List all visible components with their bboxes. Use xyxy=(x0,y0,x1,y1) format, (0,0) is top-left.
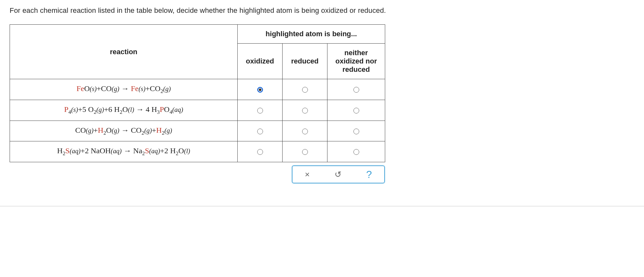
option-cell-neither xyxy=(327,100,385,121)
radio-oxidized[interactable] xyxy=(257,129,263,134)
header-oxidized: oxidized xyxy=(238,44,283,79)
header-reaction: reaction xyxy=(10,25,238,79)
option-cell-oxidized xyxy=(238,79,283,100)
reaction-cell: FeO(s)+CO(g) → Fe(s)+CO2(g) xyxy=(10,79,238,100)
option-cell-neither xyxy=(327,79,385,100)
radio-oxidized[interactable] xyxy=(257,87,263,93)
page-divider xyxy=(0,206,644,206)
radio-reduced[interactable] xyxy=(302,87,308,93)
option-cell-oxidized xyxy=(238,100,283,121)
radio-reduced[interactable] xyxy=(302,129,308,134)
header-group: highlighted atom is being... xyxy=(238,25,385,44)
option-cell-oxidized xyxy=(238,121,283,141)
radio-neither[interactable] xyxy=(353,129,359,134)
header-neither: neither oxidized nor reduced xyxy=(327,44,385,79)
option-cell-neither xyxy=(327,141,385,162)
reset-icon[interactable]: ↺ xyxy=(335,170,342,180)
question-text: For each chemical reaction listed in the… xyxy=(10,6,634,15)
option-cell-reduced xyxy=(283,141,327,162)
radio-oxidized[interactable] xyxy=(257,108,263,113)
option-cell-reduced xyxy=(283,121,327,141)
reaction-cell: H2S(aq)+2 NaOH(aq) → Na2S(aq)+2 H2O(l) xyxy=(10,141,238,162)
reaction-table: reaction highlighted atom is being... ox… xyxy=(10,24,385,162)
table-row: P4(s)+5 O2(g)+6 H2O(l) → 4 H3PO4(aq) xyxy=(10,100,385,121)
option-cell-neither xyxy=(327,121,385,141)
option-cell-oxidized xyxy=(238,141,283,162)
radio-reduced[interactable] xyxy=(302,108,308,113)
reaction-cell: P4(s)+5 O2(g)+6 H2O(l) → 4 H3PO4(aq) xyxy=(10,100,238,121)
radio-neither[interactable] xyxy=(353,149,359,155)
action-button-bar: × ↺ ? xyxy=(292,165,385,183)
table-row: FeO(s)+CO(g) → Fe(s)+CO2(g) xyxy=(10,79,385,100)
close-icon[interactable]: × xyxy=(305,170,310,180)
radio-neither[interactable] xyxy=(353,87,359,93)
radio-neither[interactable] xyxy=(353,108,359,113)
header-reduced: reduced xyxy=(283,44,327,79)
radio-oxidized[interactable] xyxy=(257,149,263,155)
radio-reduced[interactable] xyxy=(302,149,308,155)
option-cell-reduced xyxy=(283,79,327,100)
table-row: H2S(aq)+2 NaOH(aq) → Na2S(aq)+2 H2O(l) xyxy=(10,141,385,162)
help-icon[interactable]: ? xyxy=(366,169,372,180)
reaction-cell: CO(g)+H2O(g) → CO2(g)+H2(g) xyxy=(10,121,238,141)
option-cell-reduced xyxy=(283,100,327,121)
table-row: CO(g)+H2O(g) → CO2(g)+H2(g) xyxy=(10,121,385,141)
